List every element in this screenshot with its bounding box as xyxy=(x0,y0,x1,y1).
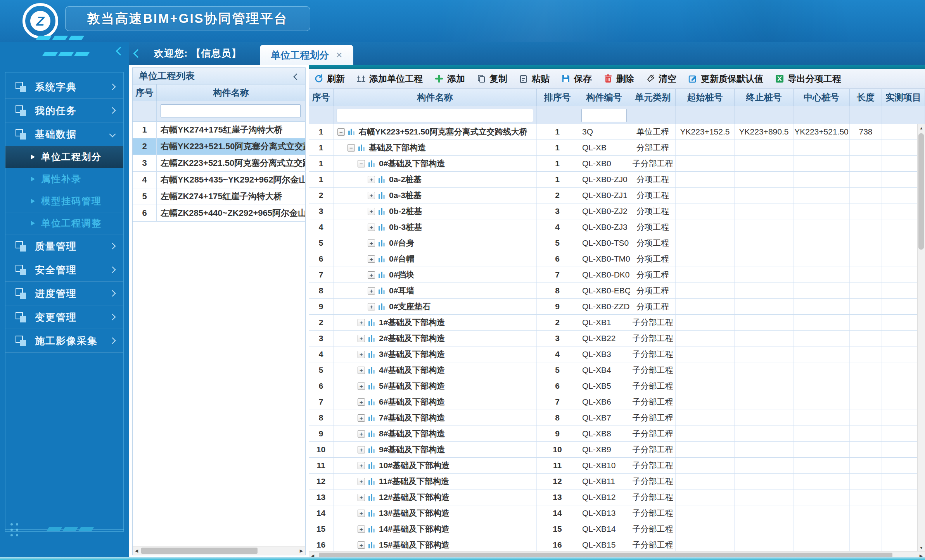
paste-button[interactable]: 粘贴 xyxy=(519,73,550,85)
scroll-left-arrow-icon[interactable]: ◀ xyxy=(133,546,140,555)
scrollbar-thumb[interactable] xyxy=(918,133,924,250)
table-row[interactable]: 4+0b-3桩基4QL-XB0-ZJ3分项工程 xyxy=(309,219,918,235)
scroll-right-arrow-icon[interactable]: ▶ xyxy=(297,546,305,555)
update-default-button[interactable]: 更新质保默认值 xyxy=(688,73,763,85)
expand-node-toggle[interactable]: + xyxy=(368,271,375,279)
expand-node-toggle[interactable]: + xyxy=(368,240,375,247)
table-row[interactable]: 11+10#基础及下部构造11QL-XB10子分部工程 xyxy=(309,458,918,474)
scrollbar-thumb[interactable] xyxy=(141,548,258,554)
expand-node-toggle[interactable]: + xyxy=(358,367,365,374)
table-row[interactable]: 8+0#耳墙8QL-XB0-EBQ0分项工程 xyxy=(309,283,918,299)
table-row[interactable]: 8+7#基础及下部构造8QL-XB7子分部工程 xyxy=(309,410,918,426)
expand-node-toggle[interactable]: + xyxy=(368,255,375,263)
tab-unit-project-division[interactable]: 单位工程划分 × xyxy=(260,45,353,65)
sidebar-collapse-button[interactable] xyxy=(117,48,123,56)
copy-button[interactable]: 复制 xyxy=(477,73,507,85)
sidebar-subitem[interactable]: 单位工程划分 xyxy=(5,146,123,168)
tab-scroll-left-button[interactable] xyxy=(135,50,141,58)
expand-node-toggle[interactable]: + xyxy=(358,510,365,517)
scroll-down-arrow-icon[interactable]: ▼ xyxy=(918,544,925,551)
component-code-filter-input[interactable] xyxy=(581,109,627,122)
expand-node-toggle[interactable]: + xyxy=(358,414,365,422)
table-row[interactable]: 7+0#挡块7QL-XB0-DK0分项工程 xyxy=(309,267,918,283)
expand-node-toggle[interactable]: + xyxy=(358,319,365,326)
table-row[interactable]: 5+0#台身5QL-XB0-TS0分项工程 xyxy=(309,235,918,251)
sidebar-item[interactable]: 施工影像采集 xyxy=(5,329,123,353)
table-row[interactable]: 16+15#基础及下部构造16QL-XB15子分部工程 xyxy=(309,537,918,551)
collapse-node-toggle[interactable]: − xyxy=(348,144,355,152)
tab-close-icon[interactable]: × xyxy=(336,50,342,60)
list-item[interactable]: 3左幅ZK223+521.50阿克塞分离式立交跨线大桥 xyxy=(133,155,305,172)
expand-node-toggle[interactable]: + xyxy=(368,224,375,231)
table-row[interactable]: 7+6#基础及下部构造7QL-XB6子分部工程 xyxy=(309,394,918,410)
scroll-up-arrow-icon[interactable]: ▲ xyxy=(918,124,925,132)
collapse-node-toggle[interactable]: − xyxy=(337,128,345,136)
table-row[interactable]: 14+13#基础及下部构造14QL-XB13子分部工程 xyxy=(309,505,918,521)
expand-node-toggle[interactable]: + xyxy=(358,478,365,485)
expand-node-toggle[interactable]: + xyxy=(358,383,365,390)
table-row[interactable]: 5+4#基础及下部构造5QL-XB4子分部工程 xyxy=(309,362,918,378)
list-item[interactable]: 1右幅YK274+175红崖子沟特大桥 xyxy=(133,122,305,138)
sidebar-item[interactable]: 进度管理 xyxy=(5,282,123,305)
expand-node-toggle[interactable]: + xyxy=(358,351,365,358)
table-row[interactable]: 15+14#基础及下部构造15QL-XB14子分部工程 xyxy=(309,521,918,537)
length-cell xyxy=(850,394,882,410)
expand-node-toggle[interactable]: + xyxy=(368,303,375,310)
panel-collapse-button[interactable] xyxy=(294,71,299,81)
expand-node-toggle[interactable]: + xyxy=(368,208,375,215)
vertical-scrollbar[interactable]: ▲ ▼ xyxy=(917,124,925,551)
delete-button[interactable]: 删除 xyxy=(603,73,634,85)
expand-node-toggle[interactable]: + xyxy=(368,192,375,199)
expand-node-toggle[interactable]: + xyxy=(358,446,365,453)
expand-node-toggle[interactable]: + xyxy=(358,494,365,501)
table-row[interactable]: 1−右幅YK223+521.50阿克塞分离式立交跨线大桥13Q单位工程YK223… xyxy=(309,124,918,140)
table-row[interactable]: 6+0#台帽6QL-XB0-TM0分项工程 xyxy=(309,251,918,267)
table-row[interactable]: 12+11#基础及下部构造12QL-XB11子分部工程 xyxy=(309,474,918,489)
list-item[interactable]: 6左幅ZK285+440~ZK292+965阿尔金山特长隧道 xyxy=(133,205,305,222)
table-row[interactable]: 4+3#基础及下部构造4QL-XB3子分部工程 xyxy=(309,346,918,362)
component-name-filter-input[interactable] xyxy=(161,104,301,117)
clear-button[interactable]: 清空 xyxy=(646,73,676,85)
table-row[interactable]: 2+0a-3桩基2QL-XB0-ZJ1分项工程 xyxy=(309,188,918,203)
table-row[interactable]: 2+1#基础及下部构造2QL-XB1子分部工程 xyxy=(309,315,918,331)
sidebar-subitem[interactable]: 属性补录 xyxy=(5,168,123,190)
add-button[interactable]: 添加 xyxy=(434,73,465,85)
save-button[interactable]: 保存 xyxy=(561,73,592,85)
sidebar-item[interactable]: 变更管理 xyxy=(5,305,123,329)
sidebar-subitem[interactable]: 单位工程调整 xyxy=(5,212,123,234)
sidebar-item[interactable]: 质量管理 xyxy=(5,234,123,258)
sidebar-item[interactable]: 我的任务 xyxy=(5,99,123,122)
table-row[interactable]: 1+0a-2桩基1QL-XB0-ZJ0分项工程 xyxy=(309,172,918,188)
expand-node-toggle[interactable]: + xyxy=(368,287,375,295)
table-row[interactable]: 1−0#基础及下部构造1QL-XB0子分部工程 xyxy=(309,156,918,172)
table-row[interactable]: 6+5#基础及下部构造6QL-XB5子分部工程 xyxy=(309,378,918,394)
list-item[interactable]: 5左幅ZK274+175红崖子沟特大桥 xyxy=(133,188,305,205)
component-name-filter-input[interactable] xyxy=(337,109,533,122)
add-unit-button[interactable]: 添加单位工程 xyxy=(356,73,423,85)
sidebar-item[interactable]: 安全管理 xyxy=(5,258,123,282)
expand-node-toggle[interactable]: + xyxy=(358,430,365,438)
sidebar-item[interactable]: 系统字典 xyxy=(5,75,123,99)
table-row[interactable]: 9+8#基础及下部构造9QL-XB8子分部工程 xyxy=(309,426,918,442)
left-panel-horizontal-scrollbar[interactable]: ◀ ▶ xyxy=(133,546,305,555)
collapse-node-toggle[interactable]: − xyxy=(358,160,365,167)
table-row[interactable]: 10+9#基础及下部构造10QL-XB9子分部工程 xyxy=(309,442,918,458)
expand-node-toggle[interactable]: + xyxy=(358,526,365,533)
list-item[interactable]: 2右幅YK223+521.50阿克塞分离式立交跨线大桥 xyxy=(133,138,305,155)
refresh-button[interactable]: 刷新 xyxy=(314,73,345,85)
expand-node-toggle[interactable]: + xyxy=(358,541,365,549)
unit-type-cell: 子分部工程 xyxy=(630,346,676,362)
list-item[interactable]: 4右幅YK285+435~YK292+962阿尔金山特长隧道 xyxy=(133,172,305,188)
table-row[interactable]: 1−基础及下部构造1QL-XB分部工程 xyxy=(309,140,918,156)
export-button[interactable]: 导出分项工程 xyxy=(775,73,841,85)
expand-node-toggle[interactable]: + xyxy=(368,176,375,183)
table-row[interactable]: 13+12#基础及下部构造13QL-XB12子分部工程 xyxy=(309,489,918,505)
table-row[interactable]: 9+0#支座垫石9QL-XB0-ZZDS0分项工程 xyxy=(309,299,918,315)
expand-node-toggle[interactable]: + xyxy=(358,398,365,406)
expand-node-toggle[interactable]: + xyxy=(358,462,365,469)
sidebar-subitem[interactable]: 模型挂码管理 xyxy=(5,190,123,212)
table-row[interactable]: 3+2#基础及下部构造3QL-XB22子分部工程 xyxy=(309,331,918,346)
expand-node-toggle[interactable]: + xyxy=(358,335,365,342)
sidebar-item[interactable]: 基础数据 xyxy=(5,122,123,146)
table-row[interactable]: 3+0b-2桩基3QL-XB0-ZJ2分项工程 xyxy=(309,203,918,219)
